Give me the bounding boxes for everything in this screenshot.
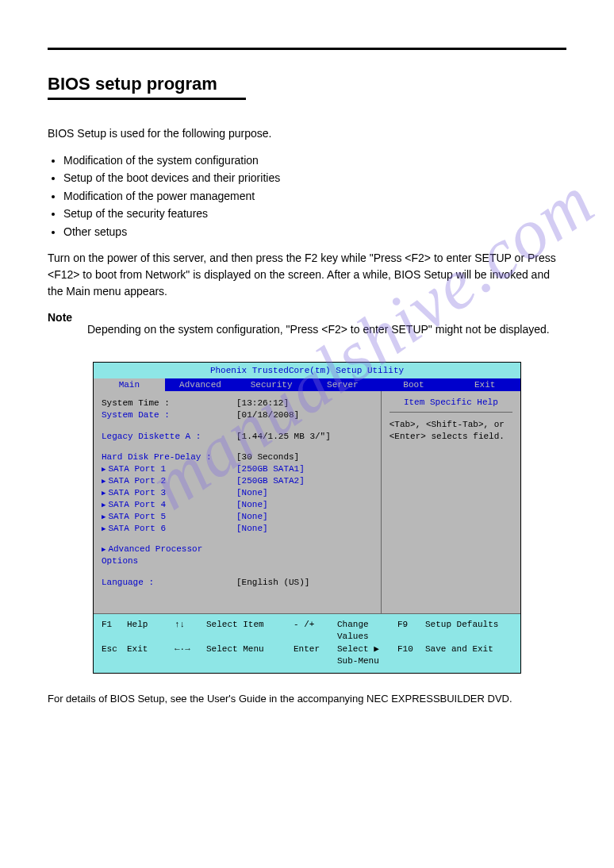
key-esc: Esc [102, 643, 127, 668]
arrows-leftright-icon: ←·→ [175, 643, 206, 668]
document-page: BIOS setup program BIOS Setup is used fo… [0, 0, 614, 736]
intro-paragraph: BIOS Setup is used for the following pur… [48, 125, 566, 142]
key-plusminus: - /+ [294, 619, 337, 643]
bios-footer: F1 Help ↑↓ Select Item - /+ Change Value… [94, 613, 520, 673]
arrows-updown-icon: ↑↓ [175, 619, 206, 643]
bios-setting-label: Advanced Processor Options [102, 543, 236, 567]
bios-setting-label: SATA Port 1 [102, 463, 236, 475]
bios-screenshot: Phoenix TrustedCore(tm) Setup Utility Ma… [93, 362, 521, 674]
bios-setting-value: [None] [236, 499, 373, 511]
spacer [102, 534, 373, 543]
bios-settings-panel: System Time :[13:26:12]System Date :[01/… [94, 391, 382, 613]
bios-tab-server[interactable]: Server [307, 378, 378, 391]
bios-setting-row[interactable]: Language :[English (US)] [102, 577, 373, 589]
bullet-item: Setup of the security features [63, 205, 566, 222]
bullet-item: Modification of the system configuration [63, 152, 566, 169]
bios-setting-row[interactable]: SATA Port 1[250GB SATA1] [102, 463, 373, 475]
key-plusminus-desc: Change Values [337, 619, 397, 643]
bios-setting-label: Language : [102, 577, 236, 589]
footer-paragraph: For details of BIOS Setup, see the User'… [48, 693, 566, 705]
bios-tab-bar: Main Advanced Security Server Boot Exit [94, 378, 520, 391]
bios-setting-row[interactable]: System Date :[01/18/2008] [102, 409, 373, 421]
bios-setting-value: [250GB SATA2] [236, 475, 373, 487]
bios-setting-value [236, 543, 373, 567]
bios-setting-row[interactable]: SATA Port 6[None] [102, 523, 373, 535]
bios-setting-row[interactable]: Hard Disk Pre-Delay :[30 Seconds] [102, 451, 373, 463]
key-f10: F10 [397, 643, 425, 668]
arrows-leftright-desc: Select Menu [206, 643, 294, 668]
bios-tab-boot[interactable]: Boot [378, 378, 450, 391]
bios-help-panel: Item Specific Help <Tab>, <Shift-Tab>, o… [382, 391, 520, 613]
bios-setting-row[interactable]: SATA Port 4[None] [102, 499, 373, 511]
instruction-paragraph: Turn on the power of this server, and th… [48, 250, 566, 300]
note-text: Depending on the system configuration, "… [87, 321, 566, 338]
bios-help-text: <Tab>, <Shift-Tab>, or <Enter> selects f… [390, 419, 512, 444]
bios-setting-value: [13:26:12] [236, 398, 373, 409]
section-title: BIOS setup program [48, 74, 246, 100]
bios-setting-label: SATA Port 5 [102, 511, 236, 523]
bullet-item: Other setups [63, 223, 566, 240]
key-f10-desc: Save and Exit [425, 643, 512, 668]
bios-setting-label: Hard Disk Pre-Delay : [102, 451, 236, 463]
bios-body: System Time :[13:26:12]System Date :[01/… [94, 391, 520, 613]
bios-tab-exit[interactable]: Exit [449, 378, 520, 391]
note-label: Note [48, 311, 72, 324]
key-f1-desc: Help [127, 619, 175, 643]
bios-setting-row[interactable]: Advanced Processor Options [102, 543, 373, 567]
bios-setting-row[interactable]: SATA Port 5[None] [102, 511, 373, 523]
bios-setting-row[interactable]: Legacy Diskette A :[1.44/1.25 MB 3/"] [102, 431, 373, 443]
arrows-updown-desc: Select Item [206, 619, 294, 643]
bios-setting-label: System Time : [102, 398, 236, 409]
bullet-item: Modification of the power management [63, 187, 566, 205]
bullet-list: Modification of the system configuration… [63, 152, 566, 240]
key-f1: F1 [102, 619, 127, 643]
bios-setting-value: [None] [236, 487, 373, 499]
bios-setting-label: System Date : [102, 409, 236, 421]
key-f9: F9 [397, 619, 425, 643]
spacer [102, 421, 373, 431]
bios-setting-value: [None] [236, 523, 373, 535]
bullet-item: Setup of the boot devices and their prio… [63, 169, 566, 186]
bios-setting-label: SATA Port 3 [102, 487, 236, 499]
bios-setting-row[interactable]: System Time :[13:26:12] [102, 398, 373, 409]
bios-tab-security[interactable]: Security [236, 378, 307, 391]
bios-footer-row: Esc Exit ←·→ Select Menu Enter Select ▶ … [102, 643, 512, 668]
bios-tab-advanced[interactable]: Advanced [165, 378, 236, 391]
bios-setting-label: Legacy Diskette A : [102, 431, 236, 443]
bios-setting-label: SATA Port 2 [102, 475, 236, 487]
top-rule [48, 48, 566, 50]
bios-title: Phoenix TrustedCore(tm) Setup Utility [94, 363, 520, 378]
key-enter: Enter [294, 643, 337, 668]
bios-setting-value: [30 Seconds] [236, 451, 373, 463]
bios-setting-value: [None] [236, 511, 373, 523]
bios-setting-value: [01/18/2008] [236, 409, 373, 421]
bios-setting-value: [250GB SATA1] [236, 463, 373, 475]
bios-setting-label: SATA Port 4 [102, 499, 236, 511]
bios-help-title: Item Specific Help [390, 398, 512, 413]
bios-footer-row: F1 Help ↑↓ Select Item - /+ Change Value… [102, 619, 512, 643]
spacer [102, 442, 373, 451]
bios-setting-row[interactable]: SATA Port 2[250GB SATA2] [102, 475, 373, 487]
key-f9-desc: Setup Defaults [425, 619, 512, 643]
bios-setting-value: [1.44/1.25 MB 3/"] [236, 431, 373, 443]
bios-setting-label: SATA Port 6 [102, 523, 236, 535]
bios-setting-value: [English (US)] [236, 577, 373, 589]
key-enter-desc: Select ▶ Sub-Menu [337, 643, 397, 668]
bios-setting-row[interactable]: SATA Port 3[None] [102, 487, 373, 499]
bios-tab-main[interactable]: Main [94, 378, 165, 391]
key-esc-desc: Exit [127, 643, 175, 668]
spacer [102, 567, 373, 577]
